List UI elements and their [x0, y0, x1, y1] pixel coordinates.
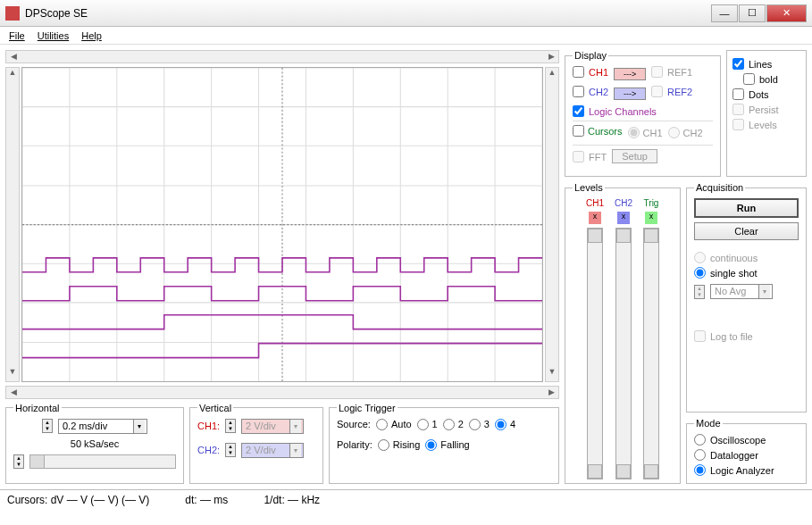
levels-group: Levels CH1 x CH2 x Trig x	[565, 182, 681, 484]
src-auto[interactable]: Auto	[376, 419, 412, 430]
ch1-color-indicator[interactable]: --->	[614, 68, 646, 80]
log-to-file-check[interactable]: Log to file	[694, 330, 799, 342]
logic-trigger-group: Logic Trigger Source: Auto 1 2 3 4 Polar…	[329, 403, 559, 484]
ch1-label: CH1:	[197, 421, 220, 431]
disp-logic-check[interactable]: Logic Channels	[573, 105, 713, 117]
src-2[interactable]: 2	[443, 419, 464, 430]
polarity-rising[interactable]: Rising	[378, 439, 421, 451]
menu-utilities[interactable]: Utilities	[38, 30, 69, 41]
menu-help[interactable]: Help	[81, 30, 102, 41]
hoffset-slider[interactable]	[29, 454, 176, 469]
disp-ref1-check[interactable]: REF1	[651, 66, 692, 78]
ch2-vdiv-combo[interactable]: 2 V/div	[241, 443, 304, 458]
ch2-label: CH2:	[197, 445, 220, 455]
level-trig-box[interactable]: x	[645, 212, 657, 224]
mode-datalog-radio[interactable]: Datalogger	[694, 449, 799, 461]
render-options-group: Lines bold Dots Persist Levels	[726, 50, 807, 177]
acq-continuous-radio[interactable]: continuous	[694, 252, 799, 263]
status-fdt: 1/dt: — kHz	[264, 494, 320, 506]
cursor-ch1-radio[interactable]: CH1	[628, 127, 663, 138]
vertical-group: Vertical CH1: ▲▼ 2 V/div CH2: ▲▼ 2 V/div	[189, 403, 323, 484]
avg-combo[interactable]: No Avg	[710, 284, 773, 299]
titlebar: DPScope SE — ☐ ✕	[0, 0, 812, 27]
disp-ch2-check[interactable]: CH2	[573, 86, 608, 97]
src-3[interactable]: 3	[469, 419, 490, 430]
levels-legend: Levels	[573, 182, 605, 193]
acquisition-legend: Acquisition	[694, 182, 745, 193]
opt-bold-check[interactable]: bold	[743, 73, 800, 85]
opt-persist-check[interactable]: Persist	[732, 104, 800, 115]
fft-setup-button[interactable]: Setup	[612, 149, 657, 163]
mode-osc-radio[interactable]: Oscilloscope	[694, 434, 799, 446]
level-ch2-box[interactable]: x	[617, 212, 630, 224]
level-trig-label: Trig	[644, 198, 659, 208]
mode-la-radio[interactable]: Logic Analyzer	[694, 464, 799, 476]
statusbar: Cursors: dV — V (— V) (— V) dt: — ms 1/d…	[0, 489, 812, 510]
clear-button[interactable]: Clear	[694, 222, 799, 240]
level-ch1-label: CH1	[586, 198, 604, 208]
scope-scroll-right[interactable]: ▲▼	[545, 67, 559, 382]
disp-cursors-check[interactable]: Cursors	[573, 125, 623, 137]
hoffset-spin[interactable]: ▲▼	[13, 454, 24, 469]
ch2-vdiv-spin[interactable]: ▲▼	[225, 443, 236, 457]
app-icon	[5, 6, 20, 21]
mode-group: Mode Oscilloscope Datalogger Logic Analy…	[686, 418, 807, 484]
level-ch1-box[interactable]: x	[589, 212, 601, 224]
level-ch2-slider[interactable]	[615, 228, 632, 479]
acq-single-radio[interactable]: single shot	[694, 267, 799, 279]
ch1-vdiv-spin[interactable]: ▲▼	[225, 419, 236, 433]
maximize-button[interactable]: ☐	[739, 4, 766, 22]
timediv-spin[interactable]: ▲▼	[42, 419, 53, 433]
display-group: Display CH1 ---> REF1 CH2 ---> REF2 Logi…	[565, 50, 721, 177]
horizontal-legend: Horizontal	[13, 403, 62, 413]
level-ch2-label: CH2	[615, 198, 632, 208]
status-cursors: Cursors: dV — V (— V) (— V)	[7, 494, 149, 506]
menubar: File Utilities Help	[0, 27, 812, 45]
trigger-source-label: Source:	[337, 419, 371, 429]
cursor-ch2-radio[interactable]: CH2	[668, 127, 703, 138]
level-ch1-slider[interactable]	[587, 228, 603, 479]
opt-levels-check[interactable]: Levels	[732, 119, 800, 130]
opt-lines-check[interactable]: Lines	[732, 58, 800, 70]
level-trig-slider[interactable]	[643, 228, 659, 479]
polarity-falling[interactable]: Falling	[425, 439, 469, 451]
run-button[interactable]: Run	[694, 198, 799, 218]
opt-dots-check[interactable]: Dots	[732, 88, 800, 100]
disp-fft-check[interactable]: FFT	[573, 151, 607, 162]
window-title: DPScope SE	[25, 7, 88, 20]
acquisition-group: Acquisition Run Clear continuous single …	[686, 182, 807, 412]
ch2-color-indicator[interactable]: --->	[614, 88, 646, 100]
scope-scroll-bottom[interactable]: ◀▶	[5, 386, 559, 399]
src-1[interactable]: 1	[417, 419, 438, 430]
ch1-vdiv-combo[interactable]: 2 V/div	[241, 419, 304, 434]
scope-display	[21, 67, 543, 382]
timediv-combo[interactable]: 0.2 ms/div	[58, 419, 147, 434]
minimize-button[interactable]: —	[711, 4, 738, 22]
vertical-legend: Vertical	[197, 403, 233, 413]
src-4[interactable]: 4	[495, 419, 515, 430]
menu-file[interactable]: File	[9, 30, 25, 41]
scope-scroll-top[interactable]: ◀▶	[5, 50, 559, 63]
display-legend: Display	[573, 50, 608, 61]
logic-trigger-legend: Logic Trigger	[337, 403, 398, 413]
disp-ch1-check[interactable]: CH1	[573, 66, 608, 78]
horizontal-group: Horizontal ▲▼ 0.2 ms/div 50 kSa/sec ▲▼	[5, 403, 184, 484]
trigger-polarity-label: Polarity:	[337, 439, 373, 450]
status-dt: dt: — ms	[185, 494, 228, 506]
disp-ref2-check[interactable]: REF2	[651, 86, 692, 97]
close-button[interactable]: ✕	[766, 4, 807, 22]
mode-legend: Mode	[694, 418, 723, 429]
sample-rate-label: 50 kSa/sec	[13, 438, 176, 449]
avg-spin[interactable]: ▲▼	[694, 285, 705, 299]
scope-scroll-left[interactable]: ▲▼	[5, 67, 20, 382]
